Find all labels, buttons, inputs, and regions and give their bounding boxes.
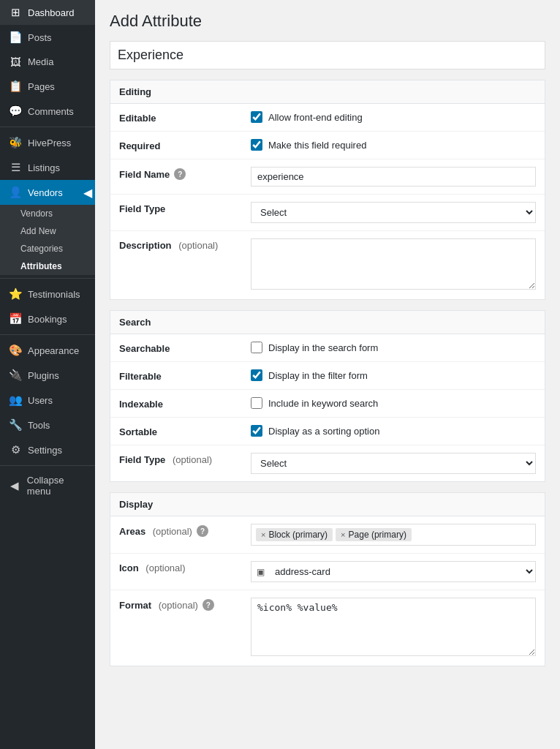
icon-select[interactable]: address-card user star	[251, 561, 536, 582]
sortable-checkbox-row: Display as a sorting option	[251, 425, 536, 437]
filterable-checkbox[interactable]	[251, 369, 262, 381]
sidebar-item-comments[interactable]: 💬 Comments	[0, 99, 95, 124]
sidebar-item-pages[interactable]: 📋 Pages	[0, 74, 95, 99]
display-section-body: Areas (optional) ? × Block (primary) × P…	[110, 516, 545, 666]
required-control: Make this field required	[251, 139, 536, 151]
sidebar-item-media[interactable]: 🖼 Media	[0, 50, 95, 74]
sidebar-item-label: Users	[28, 395, 53, 406]
sidebar-item-tools[interactable]: 🔧 Tools	[0, 413, 95, 437]
searchable-checkbox-label[interactable]: Display in the search form	[268, 342, 378, 353]
sidebar-item-listings[interactable]: ☰ Listings	[0, 155, 95, 180]
search-field-type-label: Field Type (optional)	[119, 453, 251, 465]
vendors-submenu: Vendors Add New Categories Attributes	[0, 205, 95, 275]
search-field-type-control: Select Text Number	[251, 453, 536, 474]
required-checkbox-row: Make this field required	[251, 139, 536, 151]
required-checkbox[interactable]	[251, 139, 262, 151]
sub-item-categories[interactable]: Categories	[0, 240, 95, 257]
field-name-row: Field Name ?	[110, 159, 545, 195]
sidebar-item-label: Testimonials	[28, 289, 80, 300]
main-content: Add Attribute Editing Editable Allow fro…	[95, 0, 560, 749]
format-textarea[interactable]: %icon% %value%	[251, 598, 536, 656]
sortable-control: Display as a sorting option	[251, 425, 536, 437]
attribute-name-input[interactable]	[110, 41, 545, 69]
listings-icon: ☰	[9, 161, 22, 174]
users-icon: 👥	[9, 394, 22, 407]
field-type-row: Field Type Select Text Number Date Check…	[110, 195, 545, 231]
filterable-row: Filterable Display in the filter form	[110, 362, 545, 390]
sortable-checkbox[interactable]	[251, 425, 262, 437]
filterable-label: Filterable	[119, 369, 251, 382]
indexable-checkbox-label[interactable]: Include in keyword search	[268, 398, 378, 409]
sidebar-item-label: Appearance	[28, 345, 79, 356]
sidebar-item-settings[interactable]: ⚙ Settings	[0, 437, 95, 462]
sortable-checkbox-label[interactable]: Display as a sorting option	[268, 426, 379, 437]
page-title: Add Attribute	[110, 12, 545, 31]
field-name-label: Field Name ?	[119, 167, 251, 180]
areas-help-icon: ?	[197, 525, 208, 537]
filterable-control: Display in the filter form	[251, 369, 536, 381]
indexable-checkbox-row: Include in keyword search	[251, 397, 536, 409]
field-type-label: Field Type	[119, 202, 251, 214]
areas-label: Areas (optional) ?	[119, 524, 251, 537]
media-icon: 🖼	[9, 56, 22, 68]
search-field-type-row: Field Type (optional) Select Text Number	[110, 445, 545, 481]
sidebar-item-label: Pages	[28, 81, 55, 92]
sidebar-item-vendors[interactable]: 👤 Vendors ◀	[0, 180, 95, 205]
icon-control: ▣ address-card user star	[251, 561, 536, 582]
areas-tags-input[interactable]: × Block (primary) × Page (primary)	[251, 524, 536, 546]
sidebar-item-label: Listings	[28, 162, 60, 173]
posts-icon: 📄	[9, 31, 22, 44]
format-help-icon: ?	[203, 599, 214, 611]
sidebar-item-label: Dashboard	[28, 7, 75, 18]
editable-checkbox-label[interactable]: Allow front-end editing	[268, 112, 363, 123]
editable-checkbox[interactable]	[251, 111, 262, 123]
editable-checkbox-row: Allow front-end editing	[251, 111, 536, 123]
field-type-select[interactable]: Select Text Number Date Checkbox	[251, 202, 536, 223]
searchable-checkbox[interactable]	[251, 342, 262, 353]
field-name-help-icon: ?	[174, 168, 186, 180]
vendors-icon: 👤	[9, 186, 22, 199]
editing-section: Editing Editable Allow front-end editing…	[110, 80, 545, 300]
required-label: Required	[119, 139, 251, 151]
icon-row: Icon (optional) ▣ address-card user star	[110, 554, 545, 590]
filterable-checkbox-label[interactable]: Display in the filter form	[268, 370, 368, 381]
tag-block-remove[interactable]: ×	[261, 530, 265, 539]
tag-page-remove[interactable]: ×	[341, 530, 345, 539]
search-field-type-select[interactable]: Select Text Number	[251, 453, 536, 474]
sidebar-item-hivepress[interactable]: 🐝 HivePress	[0, 130, 95, 155]
sortable-row: Sortable Display as a sorting option	[110, 418, 545, 445]
sortable-label: Sortable	[119, 425, 251, 437]
sub-item-vendors[interactable]: Vendors	[0, 205, 95, 222]
sub-item-add-new[interactable]: Add New	[0, 222, 95, 240]
sidebar-item-bookings[interactable]: 📅 Bookings	[0, 306, 95, 331]
sidebar-item-label: Comments	[28, 106, 74, 117]
format-control: %icon% %value%	[251, 598, 536, 658]
required-checkbox-label[interactable]: Make this field required	[268, 140, 366, 151]
sidebar-item-users[interactable]: 👥 Users	[0, 388, 95, 413]
sidebar-item-label: HivePress	[28, 138, 71, 148]
appearance-icon: 🎨	[9, 344, 22, 357]
editing-section-body: Editable Allow front-end editing Require…	[110, 104, 545, 299]
tools-icon: 🔧	[9, 418, 22, 432]
sidebar-item-dashboard[interactable]: ⊞ Dashboard	[0, 0, 95, 25]
areas-control: × Block (primary) × Page (primary)	[251, 524, 536, 546]
pages-icon: 📋	[9, 80, 22, 93]
description-textarea[interactable]	[251, 238, 536, 290]
sidebar-item-plugins[interactable]: 🔌 Plugins	[0, 363, 95, 388]
indexable-checkbox[interactable]	[251, 397, 262, 409]
field-name-control	[251, 167, 536, 187]
sidebar-item-appearance[interactable]: 🎨 Appearance	[0, 338, 95, 363]
settings-icon: ⚙	[9, 443, 22, 456]
sidebar-item-collapse[interactable]: ◀ Collapse menu	[0, 469, 95, 503]
format-label: Format (optional) ?	[119, 598, 251, 611]
sidebar-item-posts[interactable]: 📄 Posts	[0, 25, 95, 50]
sidebar-item-label: Media	[28, 56, 53, 67]
sidebar-item-label: Bookings	[28, 314, 67, 325]
field-name-input[interactable]	[251, 167, 536, 187]
editable-row: Editable Allow front-end editing	[110, 104, 545, 132]
sidebar-item-testimonials[interactable]: ⭐ Testimonials	[0, 282, 95, 306]
display-section: Display Areas (optional) ? × Block (prim…	[110, 492, 545, 666]
editable-control: Allow front-end editing	[251, 111, 536, 123]
required-row: Required Make this field required	[110, 132, 545, 159]
sub-item-attributes[interactable]: Attributes	[0, 257, 95, 275]
